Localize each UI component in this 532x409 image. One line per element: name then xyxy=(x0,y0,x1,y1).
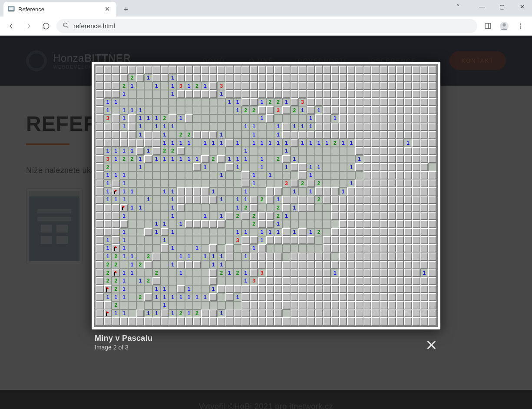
mine-cell xyxy=(339,309,347,318)
mine-cell xyxy=(282,155,291,163)
mine-cell xyxy=(241,180,250,188)
mine-cell xyxy=(307,261,315,269)
mine-cell xyxy=(355,212,363,220)
mine-cell xyxy=(355,66,363,74)
maximize-button[interactable]: ▢ xyxy=(492,0,512,13)
tab-close-button[interactable]: ✕ xyxy=(103,5,112,13)
mine-cell xyxy=(185,301,193,309)
mine-cell xyxy=(274,82,282,90)
mine-cell xyxy=(396,244,404,253)
mine-cell xyxy=(241,139,250,147)
mine-cell xyxy=(241,293,250,301)
mine-cell xyxy=(274,66,282,74)
mine-cell xyxy=(209,66,218,74)
mine-cell xyxy=(201,277,209,285)
mine-cell xyxy=(274,74,282,82)
mine-cell: 1 xyxy=(169,155,177,163)
mine-cell xyxy=(136,244,145,253)
mine-cell xyxy=(266,147,274,155)
mine-cell xyxy=(136,236,145,244)
mine-cell xyxy=(193,66,201,74)
mine-cell xyxy=(388,163,396,171)
mine-cell: 1 xyxy=(161,187,169,196)
mine-cell xyxy=(428,155,436,163)
mine-cell xyxy=(96,98,104,106)
mine-cell xyxy=(96,269,104,277)
mine-cell xyxy=(201,131,209,139)
mine-cell xyxy=(380,187,388,196)
mine-cell: 1 xyxy=(128,204,136,212)
forward-button[interactable] xyxy=(22,19,36,33)
reload-button[interactable] xyxy=(39,19,53,33)
mine-cell: 1 xyxy=(274,220,282,228)
mine-cell xyxy=(347,269,355,277)
mine-cell xyxy=(258,180,266,188)
mine-cell xyxy=(428,220,436,228)
mine-cell: 1 xyxy=(120,187,128,196)
mine-cell xyxy=(355,98,363,106)
mine-cell xyxy=(420,277,429,285)
mine-cell xyxy=(209,220,218,228)
mine-cell xyxy=(225,196,234,204)
mine-cell: 1 xyxy=(169,293,177,301)
new-tab-button[interactable]: + xyxy=(120,3,132,16)
mine-cell xyxy=(193,220,201,228)
mine-cell xyxy=(96,180,104,188)
mine-cell xyxy=(412,163,420,171)
mine-cell xyxy=(388,253,396,261)
mine-cell: 1 xyxy=(274,139,282,147)
mine-cell: 1 xyxy=(331,269,339,277)
mine-cell xyxy=(339,66,347,74)
mine-cell xyxy=(209,171,218,180)
mine-cell xyxy=(201,309,209,318)
mine-cell xyxy=(307,317,315,326)
tabs-dropdown-icon[interactable]: ˅ xyxy=(456,3,460,12)
lightbox-overlay[interactable]: 2112111312131111111122131111122321131111… xyxy=(0,36,532,409)
mine-cell: 1 xyxy=(120,147,128,155)
address-bar[interactable]: reference.html xyxy=(56,19,477,33)
mine-cell: 1 xyxy=(298,139,307,147)
mine-cell xyxy=(234,317,242,326)
mine-cell xyxy=(258,187,266,196)
mine-cell xyxy=(428,171,436,180)
browser-tab[interactable]: Reference ✕ xyxy=(3,2,116,17)
back-button[interactable] xyxy=(4,19,18,33)
profile-icon[interactable] xyxy=(497,19,511,33)
mine-cell: 1 xyxy=(217,196,225,204)
mine-cell xyxy=(420,147,429,155)
mine-cell xyxy=(193,187,201,196)
mine-cell xyxy=(298,309,307,318)
mine-cell: 1 xyxy=(120,236,128,244)
mine-cell xyxy=(420,220,429,228)
mine-cell xyxy=(323,163,331,171)
mine-cell xyxy=(177,66,185,74)
mine-cell: 1 xyxy=(136,114,145,123)
mine-cell xyxy=(298,269,307,277)
menu-icon[interactable] xyxy=(514,19,528,33)
mine-cell xyxy=(412,155,420,163)
mine-cell xyxy=(363,155,372,163)
mine-cell xyxy=(274,253,282,261)
mine-cell xyxy=(241,82,250,90)
mine-cell xyxy=(161,74,169,82)
lightbox-close-button[interactable]: ✕ xyxy=(425,336,437,354)
mine-cell xyxy=(96,244,104,253)
mine-cell xyxy=(266,204,274,212)
mine-cell xyxy=(380,285,388,293)
mine-cell: 1 xyxy=(201,163,209,171)
mine-cell xyxy=(363,139,372,147)
mine-cell xyxy=(388,123,396,131)
mine-cell: 2 xyxy=(193,309,201,318)
close-window-button[interactable]: ✕ xyxy=(512,0,532,13)
mine-cell xyxy=(380,212,388,220)
mine-cell xyxy=(380,147,388,155)
panel-icon[interactable] xyxy=(481,19,495,33)
mine-cell xyxy=(355,171,363,180)
mine-cell: 1 xyxy=(331,114,339,123)
mine-cell xyxy=(323,196,331,204)
mine-cell: 1 xyxy=(120,196,128,204)
mine-cell xyxy=(193,74,201,82)
minimize-button[interactable]: — xyxy=(472,0,492,13)
mine-cell: 1 xyxy=(120,285,128,293)
mine-cell xyxy=(201,204,209,212)
